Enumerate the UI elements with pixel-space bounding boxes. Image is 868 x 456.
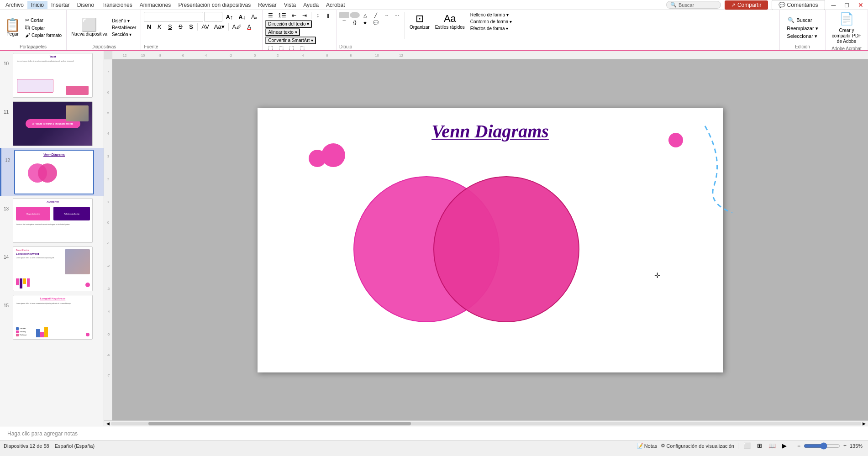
text-case-button[interactable]: Aa▾ <box>212 23 227 31</box>
italic-button[interactable]: K <box>154 23 164 31</box>
effects-button[interactable]: Efectos de forma ▾ <box>468 26 514 31</box>
zoom-slider[interactable] <box>804 442 840 450</box>
shape-rect[interactable] <box>339 12 349 18</box>
h-scrollbar[interactable]: ◀ ▶ <box>104 420 868 426</box>
format-painter-button[interactable]: 🖌 Copiar formato <box>23 32 63 38</box>
content-area: -12 -10 -8 -6 -4 -2 0 2 4 6 8 10 12 <box>104 51 868 426</box>
slide-thumbnail-11[interactable]: 11 A Picture is Worth a Thousand Words <box>0 100 104 148</box>
align-left-button[interactable]: ⬚ <box>265 45 275 51</box>
slide-number-14: 14 <box>4 255 11 260</box>
decrease-indent-button[interactable]: ⇤ <box>289 12 299 19</box>
scroll-left-btn[interactable]: ◀ <box>105 421 111 426</box>
copy-button[interactable]: ⿻ Copiar <box>23 25 63 31</box>
menu-vista[interactable]: Vista <box>280 1 300 9</box>
maximize-button[interactable]: □ <box>842 1 852 9</box>
close-button[interactable]: ✕ <box>855 1 866 9</box>
line-spacing-button[interactable]: ↕ <box>313 12 323 19</box>
shape-line[interactable]: ╱ <box>371 12 381 18</box>
find-button[interactable]: 🔍 Buscar <box>785 16 820 24</box>
text-direction-button[interactable]: Dirección del texto ▾ <box>265 20 312 28</box>
increase-indent-button[interactable]: ⇥ <box>300 12 310 19</box>
font-name-input[interactable] <box>144 12 203 22</box>
shape-more[interactable]: ⋯ <box>392 12 402 18</box>
columns-button[interactable]: ⫿ <box>323 12 333 19</box>
cut-button[interactable]: ✂ Cortar <box>23 17 63 24</box>
comments-button[interactable]: 💬 Comentarios <box>772 0 825 10</box>
scrollbar-track[interactable] <box>111 422 861 425</box>
outline-button[interactable]: Contorno de forma ▾ <box>468 19 514 25</box>
quick-styles-button[interactable]: Aa Estilos rápidos <box>433 12 467 31</box>
scroll-right-btn[interactable]: ▶ <box>861 421 867 426</box>
font-clear-button[interactable]: Aₓ <box>249 13 259 21</box>
menu-archivo[interactable]: Archivo <box>2 1 27 9</box>
shape-curve[interactable]: ⌒ <box>339 19 349 26</box>
normal-view-button[interactable]: ⬜ <box>742 442 752 449</box>
paste-button[interactable]: 📋 Pegar <box>3 18 22 37</box>
align-text-button[interactable]: Alinear texto ▾ <box>265 28 300 36</box>
shape-round[interactable] <box>350 12 360 18</box>
font-color-button[interactable]: A <box>244 23 254 31</box>
menu-diseno[interactable]: Diseño <box>74 1 98 9</box>
menu-revisar[interactable]: Revisar <box>254 1 280 9</box>
select-button[interactable]: Seleccionar ▾ <box>785 33 820 40</box>
numbering-button[interactable]: 1☰ <box>276 12 289 19</box>
text-highlight-button[interactable]: A🖊 <box>230 23 244 31</box>
bullets-button[interactable]: ☰ <box>265 12 275 19</box>
font-size-input[interactable]: 14 <box>204 12 222 22</box>
menu-animaciones[interactable]: Animaciones <box>136 1 175 9</box>
menu-presentacion[interactable]: Presentación con diapositivas <box>174 1 254 9</box>
slide-main[interactable]: Venn Diagrams ✛ <box>258 108 723 372</box>
slide-thumbnail-15[interactable]: 15 Longtail Keyphrase Lorem ipsum dolor … <box>0 293 104 341</box>
slide-thumbnail-13[interactable]: 13 Authority Huge Authority Relative Aut… <box>0 196 104 245</box>
shadow-button[interactable]: S <box>186 23 196 31</box>
underline-button[interactable]: S <box>165 23 175 31</box>
shape-star[interactable]: ★ <box>360 19 370 26</box>
scrollbar-thumb[interactable] <box>148 422 411 425</box>
section-button[interactable]: Sección ▾ <box>110 31 138 37</box>
view-config-button[interactable]: ⚙ Configuración de visualización <box>661 443 734 449</box>
align-center-button[interactable]: ⬚ <box>276 45 286 51</box>
menu-insertar[interactable]: Insertar <box>47 1 74 9</box>
replace-button[interactable]: Reemplazar ▾ <box>785 25 820 32</box>
search-icon: 🔍 <box>670 2 677 8</box>
search-box[interactable]: 🔍 Buscar <box>666 1 721 9</box>
slide-thumbnail-14[interactable]: 14 Trust Factor Longtail Keyword Lorem i… <box>0 245 104 293</box>
char-spacing-button[interactable]: AV <box>199 23 211 31</box>
notes-area[interactable]: Haga clic para agregar notas <box>0 426 868 440</box>
align-right-button[interactable]: ⬚ <box>286 45 296 51</box>
menu-transiciones[interactable]: Transiciones <box>98 1 136 9</box>
font-grow-button[interactable]: A↑ <box>223 13 235 21</box>
fill-button[interactable]: Relleno de forma ▾ <box>468 12 514 18</box>
venn-circle-right[interactable] <box>433 176 579 322</box>
organizar-button[interactable]: ⊡ Organizar <box>408 12 431 31</box>
menu-acrobat[interactable]: Acrobat <box>322 1 348 9</box>
reading-view-button[interactable]: 📖 <box>767 442 777 449</box>
slide-sorter-button[interactable]: ⊞ <box>756 442 763 449</box>
zoom-in-button[interactable]: + <box>842 443 848 449</box>
share-button[interactable]: ↗ Compartir <box>725 0 768 10</box>
slide-title[interactable]: Venn Diagrams <box>431 121 549 142</box>
create-pdf-button[interactable]: Crear y compartir PDF de Adobe <box>828 27 865 45</box>
slide-thumbnail-12[interactable]: 12 Venn Diagrams <box>0 148 104 196</box>
shape-callout[interactable]: 💬 <box>371 19 381 26</box>
design-dropdown-button[interactable]: Diseño ▾ <box>110 18 138 24</box>
new-slide-button[interactable]: ⬜ Nueva diapositiva <box>69 18 109 37</box>
menu-inicio[interactable]: Inicio <box>27 1 47 9</box>
shape-triangle[interactable]: △ <box>360 12 370 18</box>
zoom-out-button[interactable]: − <box>796 443 802 449</box>
font-shrink-button[interactable]: A↓ <box>236 13 248 21</box>
ribbon-diapositivas: ⬜ Nueva diapositiva Diseño ▾ Restablecer… <box>67 10 141 50</box>
minimize-button[interactable]: ─ <box>829 1 839 9</box>
shape-bracket[interactable]: {} <box>350 19 360 26</box>
strikethrough-button[interactable]: S <box>175 23 185 31</box>
menu-ayuda[interactable]: Ayuda <box>300 1 322 9</box>
reset-button[interactable]: Restablecer <box>110 25 138 31</box>
svg-text:4: 4 <box>107 132 109 135</box>
justify-button[interactable]: ⬚ <box>297 45 307 51</box>
slideshow-button[interactable]: ▶ <box>781 442 788 449</box>
slide-thumbnail-10[interactable]: 10 Trust Lorem ipsum dolor sit amet cons… <box>0 51 104 100</box>
shape-arrow[interactable]: → <box>381 12 391 18</box>
notes-toggle-button[interactable]: 📝 Notas <box>637 443 658 449</box>
bold-button[interactable]: N <box>144 23 154 31</box>
convert-smartart-button[interactable]: Convertir a SmartArt ▾ <box>265 37 316 44</box>
